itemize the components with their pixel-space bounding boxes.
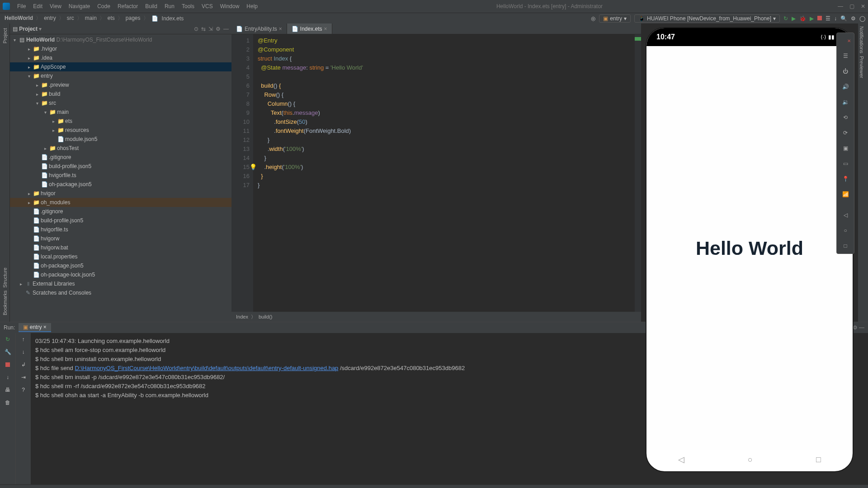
breadcrumb-file[interactable]: Index.ets — [160, 15, 186, 22]
nav-recent-icon[interactable]: □ — [816, 455, 821, 465]
tree-ets[interactable]: ▸📁ets — [10, 117, 231, 126]
settings-icon[interactable]: ⚙ — [851, 15, 856, 22]
run-icon[interactable]: ▶ — [792, 15, 796, 22]
project-tree[interactable]: ▾▤ HelloWorld D:\HarmonyOS_FirstCourse\H… — [10, 34, 231, 322]
tree-external-libraries[interactable]: ▸⫴External Libraries — [10, 279, 231, 288]
emu-menu-icon[interactable]: ☰ — [840, 51, 850, 61]
menu-window[interactable]: Window — [217, 3, 243, 9]
emu-home-icon[interactable]: ○ — [840, 225, 850, 235]
run-help-icon[interactable]: ? — [19, 385, 28, 394]
run-stop-icon[interactable] — [3, 360, 12, 369]
notifications-tab[interactable]: Notifications Previewer — [858, 23, 865, 81]
globe-icon[interactable]: ◎ — [591, 15, 595, 22]
menu-vcs[interactable]: VCS — [198, 3, 217, 9]
run-tab[interactable]: ▣ entry × — [19, 323, 51, 332]
tree-local-properties[interactable]: 📄local.properties — [10, 252, 231, 261]
tree-ohostest[interactable]: ▸📁ohosTest — [10, 144, 231, 153]
refresh-icon[interactable]: ↻ — [783, 15, 788, 22]
locate-icon[interactable]: ⊙ — [194, 26, 198, 32]
menu-tools[interactable]: Tools — [178, 3, 198, 9]
tree--gitignore[interactable]: 📄.gitignore — [10, 207, 231, 216]
run-scroll-icon[interactable]: ⇥ — [19, 373, 28, 382]
emu-rotate-left-icon[interactable]: ⟲ — [840, 113, 850, 122]
tab-entryability-ts[interactable]: 📄EntryAbility.ts × — [231, 23, 287, 34]
tab-index-ets[interactable]: 📄Index.ets × — [287, 23, 332, 34]
run-print-icon[interactable]: 🖶 — [3, 385, 12, 394]
run-config-dropdown[interactable]: ▣entry▾ — [599, 14, 631, 23]
search-icon[interactable]: 🔍 — [840, 15, 847, 22]
tree-oh-package-json5[interactable]: 📄oh-package.json5 — [10, 261, 231, 270]
close-icon[interactable]: ✕ — [861, 3, 865, 9]
device-dropdown[interactable]: 📱HUAWEI Phone [NewDevice_from_Huawei_Pho… — [634, 14, 780, 23]
crumb-5[interactable]: pages — [124, 15, 142, 21]
nav-home-icon[interactable]: ○ — [748, 455, 753, 465]
crumb-3[interactable]: main — [83, 15, 99, 21]
run-wrap-icon[interactable]: ↲ — [19, 360, 28, 369]
minimize-icon[interactable]: — — [838, 3, 843, 9]
tree-hvigorw[interactable]: 📄hvigorw — [10, 234, 231, 243]
tree-src[interactable]: ▾📁src — [10, 99, 231, 108]
menu-navigate[interactable]: Navigate — [65, 3, 94, 9]
rerun-icon[interactable]: ↻ — [3, 335, 12, 344]
tree-oh-package-json5[interactable]: 📄oh-package.json5 — [10, 180, 231, 189]
run-settings-icon[interactable]: 🔧 — [3, 347, 12, 357]
bulb-icon[interactable]: 💡 — [250, 163, 257, 172]
emu-screenshot-icon[interactable]: ▣ — [840, 143, 850, 153]
emu-volup-icon[interactable]: 🔊 — [840, 82, 850, 92]
stop-icon[interactable] — [817, 15, 822, 22]
debug-icon[interactable]: 🐞 — [799, 15, 806, 22]
coverage-icon[interactable]: ▶ — [810, 15, 814, 22]
emu-wifi-icon[interactable]: 📶 — [840, 189, 850, 199]
attach-icon[interactable]: ☰ — [826, 15, 830, 22]
sync-icon[interactable]: ↓ — [834, 15, 837, 22]
crumb-1[interactable]: entry — [42, 15, 58, 21]
maximize-icon[interactable]: ▢ — [849, 3, 854, 9]
tree--idea[interactable]: ▸📁.idea — [10, 53, 231, 62]
tree-hvigorfile-ts[interactable]: 📄hvigorfile.ts — [10, 171, 231, 180]
emu-rotate-right-icon[interactable]: ⟳ — [840, 128, 850, 138]
tree-scratches-and-consoles[interactable]: ✎Scratches and Consoles — [10, 288, 231, 297]
tree-resources[interactable]: ▸📁resources — [10, 126, 231, 135]
crumb-0[interactable]: HelloWorld — [3, 15, 35, 21]
tree-build-profile-json5[interactable]: 📄build-profile.json5 — [10, 216, 231, 225]
run-down2-icon[interactable]: ↓ — [19, 347, 28, 357]
emu-power-icon[interactable]: ⏻ — [840, 66, 850, 76]
tree-hvigor[interactable]: ▸📁hvigor — [10, 189, 231, 198]
menu-build[interactable]: Build — [142, 3, 161, 9]
run-up-icon[interactable]: ↑ — [19, 335, 28, 344]
nav-back-icon[interactable]: ◁ — [678, 455, 684, 465]
tree-oh-package-lock-json5[interactable]: 📄oh-package-lock.json5 — [10, 270, 231, 279]
project-tool-tab[interactable]: Project — [1, 25, 9, 46]
emu-battery-icon[interactable]: ▭ — [840, 159, 850, 169]
menu-edit[interactable]: Edit — [29, 3, 46, 9]
menu-run[interactable]: Run — [161, 3, 178, 9]
collapse-icon[interactable]: ⇲ — [208, 26, 213, 32]
emu-recent-icon[interactable]: □ — [840, 241, 850, 251]
code-content[interactable]: @Entry @Component struct Index { @State … — [253, 34, 635, 312]
crumb-4[interactable]: ets — [106, 15, 117, 21]
hide-icon[interactable]: — — [223, 26, 229, 32]
tree-appscope[interactable]: ▸📁AppScope — [10, 62, 231, 71]
emu-close-icon[interactable]: ✕ — [844, 36, 854, 46]
run-trash-icon[interactable]: 🗑 — [3, 398, 12, 407]
menu-view[interactable]: View — [46, 3, 65, 9]
run-gear-icon[interactable]: ⚙ — — [853, 324, 864, 331]
bookmarks-tool-tab[interactable]: Bookmarks Structure — [1, 265, 9, 318]
menu-code[interactable]: Code — [94, 3, 114, 9]
tree-main[interactable]: ▾📁main — [10, 108, 231, 117]
emu-location-icon[interactable]: 📍 — [840, 174, 850, 184]
menu-refactor[interactable]: Refactor — [114, 3, 142, 9]
avatar-icon[interactable]: ◯ — [859, 15, 865, 22]
tree-oh_modules[interactable]: ▸📁oh_modules — [10, 198, 231, 207]
tree-entry[interactable]: ▾📁entry — [10, 71, 231, 80]
tree-hvigorfile-ts[interactable]: 📄hvigorfile.ts — [10, 225, 231, 234]
tree-build[interactable]: ▸📁build — [10, 89, 231, 99]
crumb-2[interactable]: src — [65, 15, 76, 21]
emu-back-icon[interactable]: ◁ — [840, 210, 850, 220]
run-down-icon[interactable]: ↓ — [3, 373, 12, 382]
tree-build-profile-json5[interactable]: 📄build-profile.json5 — [10, 162, 231, 171]
gear-icon[interactable]: ⚙ — [216, 26, 221, 32]
menu-help[interactable]: Help — [243, 3, 261, 9]
tree--preview[interactable]: ▸📁.preview — [10, 80, 231, 89]
menu-file[interactable]: File — [14, 3, 29, 9]
